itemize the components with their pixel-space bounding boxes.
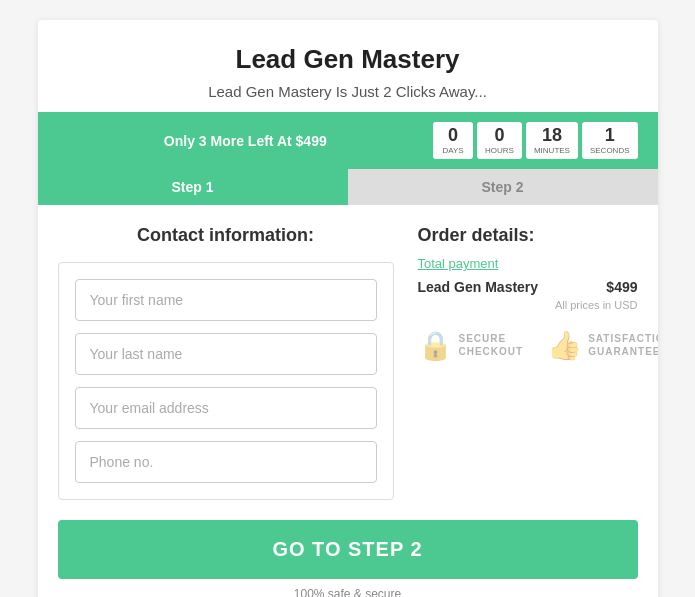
hours-label: HOURS	[485, 146, 514, 155]
page-container: Lead Gen Mastery Lead Gen Mastery Is Jus…	[38, 20, 658, 597]
step-1[interactable]: Step 1	[38, 169, 348, 205]
go-to-step-2-button[interactable]: GO TO STEP 2	[58, 520, 638, 579]
phone-input[interactable]	[75, 441, 377, 483]
countdown-seconds: 1 SECONDS	[582, 122, 638, 159]
seconds-value: 1	[590, 126, 630, 144]
steps-bar: Step 1 Step 2	[38, 169, 658, 205]
safe-text: 100% safe & secure	[58, 587, 638, 597]
countdown-hours: 0 HOURS	[477, 122, 522, 159]
order-row: Lead Gen Mastery $499	[418, 279, 638, 295]
countdown-units: 0 DAYS 0 HOURS 18 MINUTES 1 SECONDS	[433, 122, 637, 159]
left-panel: Contact information:	[58, 225, 394, 500]
first-name-input[interactable]	[75, 279, 377, 321]
order-price: $499	[606, 279, 637, 295]
satisfaction-badge: 👍 SATISFACTIONGUARANTEED	[547, 329, 657, 362]
seconds-label: SECONDS	[590, 146, 630, 155]
days-label: DAYS	[441, 146, 465, 155]
step-2[interactable]: Step 2	[348, 169, 658, 205]
contact-title: Contact information:	[58, 225, 394, 246]
page-subtitle: Lead Gen Mastery Is Just 2 Clicks Away..…	[58, 83, 638, 100]
step-1-label: Step 1	[171, 179, 213, 195]
order-product-name: Lead Gen Mastery	[418, 279, 539, 295]
security-badges: 🔒 SECURECHECKOUT 👍 SATISFACTIONGUARANTEE…	[418, 327, 638, 363]
cta-section: GO TO STEP 2 100% safe & secure	[38, 520, 658, 597]
total-payment-link[interactable]: Total payment	[418, 256, 638, 271]
countdown-offer-text: Only 3 More Left At $499	[58, 133, 434, 149]
right-panel: Order details: Total payment Lead Gen Ma…	[418, 225, 638, 500]
order-currency-note: All prices in USD	[418, 299, 638, 311]
countdown-minutes: 18 MINUTES	[526, 122, 578, 159]
countdown-days: 0 DAYS	[433, 122, 473, 159]
secure-checkout-badge: 🔒 SECURECHECKOUT	[418, 329, 524, 362]
satisfaction-text: SATISFACTIONGUARANTEED	[588, 332, 657, 358]
minutes-label: MINUTES	[534, 146, 570, 155]
countdown-bar: Only 3 More Left At $499 0 DAYS 0 HOURS …	[38, 112, 658, 169]
last-name-input[interactable]	[75, 333, 377, 375]
page-title: Lead Gen Mastery	[58, 44, 638, 75]
step-2-label: Step 2	[481, 179, 523, 195]
main-content: Contact information: Order details: Tota…	[38, 205, 658, 520]
thumbs-up-icon: 👍	[547, 329, 582, 362]
hours-value: 0	[485, 126, 514, 144]
page-header: Lead Gen Mastery Lead Gen Mastery Is Jus…	[38, 20, 658, 112]
order-title: Order details:	[418, 225, 638, 246]
lock-icon: 🔒	[418, 329, 453, 362]
secure-checkout-text: SECURECHECKOUT	[459, 332, 524, 358]
form-box	[58, 262, 394, 500]
email-input[interactable]	[75, 387, 377, 429]
days-value: 0	[441, 126, 465, 144]
minutes-value: 18	[534, 126, 570, 144]
